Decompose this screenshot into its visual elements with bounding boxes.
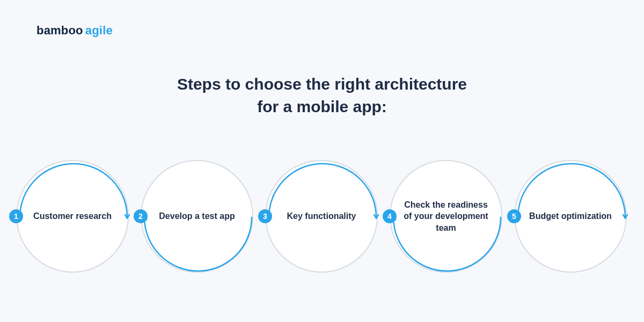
step-label: Check the readiness of your development … [402, 199, 489, 234]
step-circle-1: Customer research [16, 160, 129, 273]
step-badge-5: 5 [507, 209, 521, 223]
step-number: 3 [263, 212, 267, 221]
logo-text-2: agile [85, 24, 113, 37]
step-number: 2 [138, 212, 143, 221]
page-title: Steps to choose the right architecture f… [0, 73, 644, 118]
logo: bambooagile [36, 24, 113, 38]
step-circle-2: Develop a test app [141, 160, 253, 273]
step-badge-3: 3 [258, 209, 272, 223]
title-line-2: for a mobile app: [0, 96, 644, 118]
step-badge-2: 2 [134, 209, 148, 223]
step-badge-4: 4 [383, 209, 397, 223]
step-circle-4: Check the readiness of your development … [390, 160, 502, 273]
step-circle-3: Key functionality [265, 160, 378, 273]
step-number: 4 [387, 212, 392, 221]
step-label: Customer research [33, 210, 112, 222]
steps-chain: Customer research1Develop a test app2Key… [16, 160, 628, 273]
logo-text-1: bamboo [36, 24, 83, 37]
step-label: Develop a test app [159, 210, 235, 222]
step-label: Key functionality [287, 210, 356, 222]
step-circle-5: Budget optimization [514, 160, 627, 273]
title-line-1: Steps to choose the right architecture [0, 73, 644, 96]
step-label: Budget optimization [529, 210, 612, 222]
step-number: 1 [14, 212, 18, 221]
step-number: 5 [512, 212, 516, 221]
step-badge-1: 1 [9, 209, 23, 223]
